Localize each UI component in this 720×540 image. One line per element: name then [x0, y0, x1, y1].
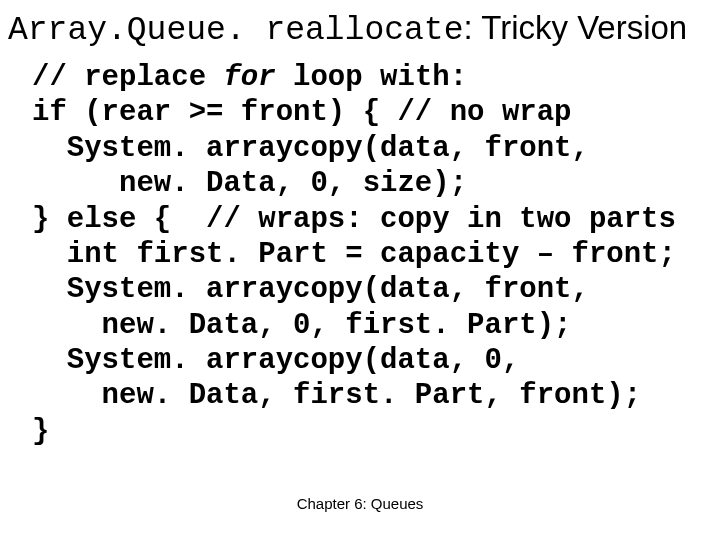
code-block: // replace for loop with: if (rear >= fr…	[32, 60, 710, 449]
code-line-8: new. Data, 0, first. Part);	[32, 309, 572, 342]
code-line-9: System. arraycopy(data, 0,	[32, 344, 519, 377]
code-line-4: new. Data, 0, size);	[32, 167, 467, 200]
code-line-7: System. arraycopy(data, front,	[32, 273, 589, 306]
code-line-10: new. Data, first. Part, front);	[32, 379, 641, 412]
slide-footer: Chapter 6: Queues	[0, 495, 720, 512]
code-line-2: if (rear >= front) { // no wrap	[32, 96, 572, 129]
slide-title: Array.Queue. reallocate: Tricky Version	[8, 10, 720, 49]
slide: Array.Queue. reallocate: Tricky Version …	[0, 0, 720, 540]
title-mono: Array.Queue. reallocate	[8, 12, 463, 49]
title-sans: : Tricky Version	[463, 9, 687, 46]
code-line-3: System. arraycopy(data, front,	[32, 132, 589, 165]
code-line-11: }	[32, 415, 49, 448]
code-line-1a: // replace	[32, 61, 223, 94]
code-line-1b: for	[223, 61, 275, 94]
code-line-1c: loop with:	[276, 61, 467, 94]
code-line-5: } else { // wraps: copy in two parts	[32, 203, 676, 236]
code-line-6: int first. Part = capacity – front;	[32, 238, 676, 271]
